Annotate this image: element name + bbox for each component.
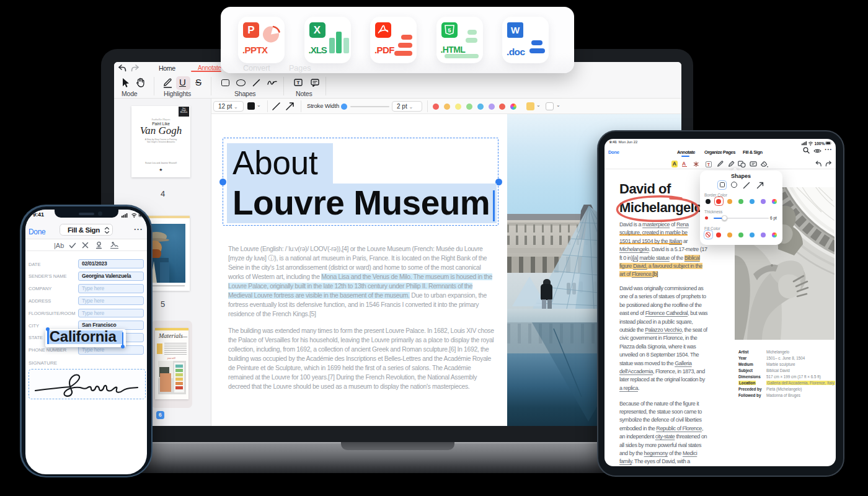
svg-text:T: T: [297, 80, 300, 86]
svg-text:5: 5: [448, 27, 451, 33]
svg-text:100%: 100%: [815, 141, 825, 146]
